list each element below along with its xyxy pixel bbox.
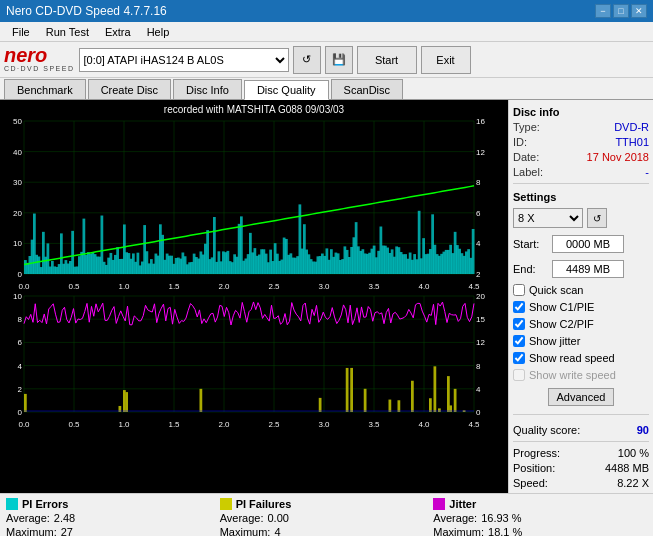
refresh-icon[interactable]: ↺ <box>293 46 321 74</box>
progress-row: Progress: 100 % <box>513 447 649 459</box>
divider1 <box>513 183 649 184</box>
chart-area: recorded with MATSHITA G088 09/03/03 <box>0 100 508 493</box>
tab-disc-info[interactable]: Disc Info <box>173 79 242 99</box>
show-c1pie-row: Show C1/PIE <box>513 301 649 313</box>
show-read-speed-checkbox[interactable] <box>513 352 525 364</box>
exit-button[interactable]: Exit <box>421 46 471 74</box>
quality-score-label: Quality score: <box>513 424 580 436</box>
tab-disc-quality[interactable]: Disc Quality <box>244 80 329 100</box>
tab-scandisc[interactable]: ScanDisc <box>331 79 403 99</box>
speed-settings-row: 8 X4 X2 XMax ↺ <box>513 208 649 228</box>
titlebar-controls: − □ ✕ <box>595 4 647 18</box>
disc-label-row: Label: - <box>513 166 649 178</box>
menu-extra[interactable]: Extra <box>97 24 139 40</box>
end-mb-input[interactable] <box>552 260 624 278</box>
speed-row: Speed: 8.22 X <box>513 477 649 489</box>
chart-and-panel: recorded with MATSHITA G088 09/03/03 Dis… <box>0 100 653 493</box>
pi-failures-max: Maximum: 4 <box>220 526 434 536</box>
nero-logo: nero CD·DVD SPEED <box>4 45 75 73</box>
quality-score-row: Quality score: 90 <box>513 424 649 436</box>
show-jitter-row: Show jitter <box>513 335 649 347</box>
main-content: recorded with MATSHITA G088 09/03/03 Dis… <box>0 100 653 536</box>
disc-date-row: Date: 17 Nov 2018 <box>513 151 649 163</box>
menubar: File Run Test Extra Help <box>0 22 653 42</box>
divider3 <box>513 441 649 442</box>
tab-benchmark[interactable]: Benchmark <box>4 79 86 99</box>
chart-header: recorded with MATSHITA G088 09/03/03 <box>2 102 506 117</box>
menu-run-test[interactable]: Run Test <box>38 24 97 40</box>
quality-score-value: 90 <box>637 424 649 436</box>
settings-refresh-icon[interactable]: ↺ <box>587 208 607 228</box>
show-jitter-checkbox[interactable] <box>513 335 525 347</box>
show-c2pif-label: Show C2/PIF <box>529 318 594 330</box>
disc-id-row: ID: TTH01 <box>513 136 649 148</box>
settings-title: Settings <box>513 191 649 203</box>
disc-type-row: Type: DVD-R <box>513 121 649 133</box>
pi-failures-avg: Average: 0.00 <box>220 512 434 524</box>
position-row: Position: 4488 MB <box>513 462 649 474</box>
right-panel: Disc info Type: DVD-R ID: TTH01 Date: 17… <box>508 100 653 493</box>
show-c2pif-checkbox[interactable] <box>513 318 525 330</box>
close-button[interactable]: ✕ <box>631 4 647 18</box>
start-mb-row: Start: <box>513 235 649 253</box>
pi-failures-legend <box>220 498 232 510</box>
quick-scan-checkbox[interactable] <box>513 284 525 296</box>
tab-create-disc[interactable]: Create Disc <box>88 79 171 99</box>
titlebar-title: Nero CD-DVD Speed 4.7.7.16 <box>6 4 167 18</box>
bottom-stats: PI Errors Average: 2.48 Maximum: 27 Tota… <box>0 493 653 536</box>
pi-errors-group: PI Errors Average: 2.48 Maximum: 27 Tota… <box>6 498 220 536</box>
show-write-speed-label: Show write speed <box>529 369 616 381</box>
jitter-group: Jitter Average: 16.93 % Maximum: 18.1 % … <box>433 498 647 536</box>
pi-errors-legend <box>6 498 18 510</box>
pi-errors-avg: Average: 2.48 <box>6 512 220 524</box>
jitter-avg: Average: 16.93 % <box>433 512 647 524</box>
jitter-max: Maximum: 18.1 % <box>433 526 647 536</box>
show-write-speed-checkbox[interactable] <box>513 369 525 381</box>
toolbar: nero CD·DVD SPEED [0:0] ATAPI iHAS124 B … <box>0 42 653 78</box>
menu-help[interactable]: Help <box>139 24 178 40</box>
show-write-speed-row: Show write speed <box>513 369 649 381</box>
show-read-speed-label: Show read speed <box>529 352 615 364</box>
show-read-speed-row: Show read speed <box>513 352 649 364</box>
pi-errors-max: Maximum: 27 <box>6 526 220 536</box>
quick-scan-row: Quick scan <box>513 284 649 296</box>
maximize-button[interactable]: □ <box>613 4 629 18</box>
start-mb-input[interactable] <box>552 235 624 253</box>
show-jitter-label: Show jitter <box>529 335 580 347</box>
jitter-header: Jitter <box>433 498 647 510</box>
jitter-legend <box>433 498 445 510</box>
disc-info-title: Disc info <box>513 106 649 118</box>
end-mb-row: End: <box>513 260 649 278</box>
show-c1pie-label: Show C1/PIE <box>529 301 594 313</box>
save-icon[interactable]: 💾 <box>325 46 353 74</box>
drive-select[interactable]: [0:0] ATAPI iHAS124 B AL0S <box>79 48 289 72</box>
show-c2pif-row: Show C2/PIF <box>513 318 649 330</box>
start-button[interactable]: Start <box>357 46 417 74</box>
upper-chart <box>2 117 492 292</box>
minimize-button[interactable]: − <box>595 4 611 18</box>
advanced-button[interactable]: Advanced <box>548 388 615 406</box>
pi-errors-header: PI Errors <box>6 498 220 510</box>
menu-file[interactable]: File <box>4 24 38 40</box>
lower-chart <box>2 292 492 430</box>
speed-select[interactable]: 8 X4 X2 XMax <box>513 208 583 228</box>
quick-scan-label: Quick scan <box>529 284 583 296</box>
pi-failures-header: PI Failures <box>220 498 434 510</box>
titlebar: Nero CD-DVD Speed 4.7.7.16 − □ ✕ <box>0 0 653 22</box>
tabs: Benchmark Create Disc Disc Info Disc Qua… <box>0 78 653 100</box>
pi-failures-group: PI Failures Average: 0.00 Maximum: 4 Tot… <box>220 498 434 536</box>
divider2 <box>513 414 649 415</box>
show-c1pie-checkbox[interactable] <box>513 301 525 313</box>
